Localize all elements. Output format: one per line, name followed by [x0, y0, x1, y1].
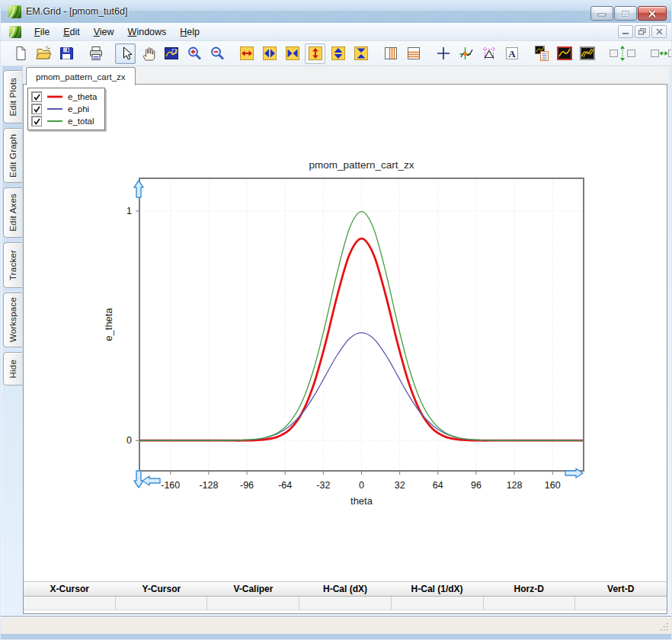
save-file-button[interactable]	[56, 43, 76, 64]
sidebar-tab-label: Edit Plots	[8, 78, 18, 117]
readout-header-h-cal-dx-: H-Cal (dX)	[299, 582, 392, 596]
menu-item-help[interactable]: Help	[173, 24, 206, 40]
resize-grip-icon[interactable]	[660, 622, 669, 632]
horizontal-markers-button[interactable]	[403, 43, 424, 64]
application-window: EM.Grid - [pmom_tut6d] FileEditViewWindo…	[0, 0, 672, 640]
readout-value-cell	[484, 597, 576, 610]
expand-y-button[interactable]	[328, 43, 348, 64]
axis-handle-up-icon[interactable]	[134, 181, 143, 197]
x-tick-label: 32	[395, 480, 405, 491]
zoom-in-button[interactable]	[184, 43, 204, 64]
compress-y-button[interactable]	[350, 43, 371, 64]
save-icon	[58, 45, 75, 62]
tracker-icon	[458, 45, 475, 62]
zoom-window-button[interactable]	[161, 43, 181, 64]
stretch-x-icon	[238, 45, 255, 62]
menu-item-windows[interactable]: Windows	[121, 24, 174, 40]
toolbar-separator	[600, 44, 606, 63]
legend-checkbox-e_total[interactable]	[31, 116, 42, 126]
axis-handle-left-icon[interactable]	[142, 476, 160, 485]
chart-title: pmom_pattern_cart_zx	[309, 159, 414, 171]
caliper-icon	[481, 45, 498, 62]
sidebar-tab-edit-plots[interactable]: Edit Plots	[3, 70, 22, 123]
readout-value-cell	[575, 597, 667, 610]
legend-box: e_thetae_phie_total	[27, 88, 105, 130]
x-tick-label: -128	[199, 480, 218, 491]
legend-row-e_theta: e_theta	[31, 91, 97, 103]
zoom-in-icon	[186, 45, 203, 62]
toolbar-separator	[524, 44, 531, 63]
caliper-button[interactable]	[478, 43, 499, 64]
document-icon	[9, 26, 21, 38]
text-annotation-button[interactable]: A	[501, 43, 522, 64]
legend-checkbox-e_theta[interactable]	[31, 91, 42, 102]
align-vertical-button[interactable]	[606, 43, 638, 64]
readout-header-row: X-CursorY-CursorV-CaliperH-Cal (dX)H-Cal…	[24, 581, 667, 597]
check-icon	[34, 106, 40, 113]
select-pointer-button[interactable]	[115, 43, 136, 64]
align-vertical-icon	[608, 45, 637, 62]
window-maximize-button[interactable]	[614, 6, 637, 21]
multi-trace-button[interactable]	[577, 43, 597, 64]
mdi-restore-button[interactable]	[635, 25, 650, 38]
plot-properties-button[interactable]	[531, 43, 552, 64]
tracker-button[interactable]	[456, 43, 476, 64]
window-minimize-button[interactable]	[590, 6, 613, 21]
stretch-x-button[interactable]	[236, 43, 257, 64]
tab-pmom-pattern-cart-zx[interactable]: pmom_pattern_cart_zx	[26, 67, 136, 85]
vertical-markers-button[interactable]	[380, 43, 401, 64]
title-bar: EM.Grid - [pmom_tut6d]	[1, 1, 671, 23]
sidebar-tab-workspace[interactable]: Workspace	[3, 293, 22, 347]
mdi-close-icon	[656, 28, 663, 35]
legend-line-sample	[46, 107, 63, 111]
pan-hand-button[interactable]	[138, 43, 158, 64]
readout-header-vert-d: Vert-D	[574, 582, 667, 596]
print-button[interactable]	[85, 43, 106, 64]
client-area: Edit PlotsEdit GraphEdit AxesTrackerWork…	[1, 66, 671, 616]
sidebar-tab-tracker[interactable]: Tracker	[3, 242, 22, 288]
new-file-button[interactable]	[10, 43, 30, 64]
menu-item-edit[interactable]: Edit	[56, 24, 87, 40]
sidebar-tab-label: Tracker	[8, 250, 18, 280]
axis-handle-right-icon[interactable]	[565, 469, 583, 478]
sidebar-tab-edit-graph[interactable]: Edit Graph	[3, 128, 22, 183]
legend-row-e_phi: e_phi	[31, 103, 97, 115]
cursor-cross-button[interactable]	[433, 43, 453, 64]
axis-handle-down-icon[interactable]	[134, 471, 143, 488]
mdi-restore-icon	[638, 28, 646, 35]
legend-label: e_phi	[68, 104, 89, 114]
stretch-y-button[interactable]	[305, 43, 325, 64]
cross-icon	[435, 45, 452, 62]
readout-header-h-cal-1-dx-: H-Cal (1/dX)	[391, 582, 483, 596]
expand-x-button[interactable]	[259, 43, 280, 64]
hand-icon	[140, 45, 157, 62]
x-tick-label: -96	[240, 480, 254, 491]
legend-checkbox-e_phi[interactable]	[31, 104, 42, 114]
window-title: EM.Grid - [pmom_tut6d]	[26, 6, 127, 17]
menu-item-file[interactable]: File	[27, 24, 56, 40]
single-trace-button[interactable]	[554, 43, 574, 64]
zoom-out-button[interactable]	[206, 43, 227, 64]
readout-header-horz-d: Horz-D	[483, 582, 575, 596]
chart-canvas[interactable]: -160-128-96-64-32032649612816001pmom_pat…	[24, 85, 667, 581]
toolbar-separator	[641, 44, 648, 63]
curve-e_total	[139, 212, 584, 441]
expand-y-icon	[330, 45, 347, 62]
menu-item-view[interactable]: View	[87, 24, 121, 40]
open-file-button[interactable]	[33, 43, 53, 64]
x-tick-label: -160	[161, 480, 180, 491]
align-horizontal-button[interactable]	[648, 43, 671, 64]
mdi-minimize-button[interactable]	[618, 25, 633, 38]
sidebar-tab-hide[interactable]: Hide	[3, 352, 22, 386]
pointer-icon	[117, 45, 134, 62]
sidebar-tab-edit-axes[interactable]: Edit Axes	[3, 187, 22, 238]
readout-header-x-cursor: X-Cursor	[24, 582, 116, 596]
stretch-y-icon	[307, 45, 324, 62]
mdi-close-button[interactable]	[651, 25, 667, 38]
app-logo-icon	[8, 5, 21, 18]
zoom-window-icon	[163, 45, 180, 62]
window-close-button[interactable]	[638, 6, 667, 21]
plot-window: -160-128-96-64-32032649612816001pmom_pat…	[23, 84, 667, 614]
y-axis-label: e_theta	[103, 308, 114, 341]
compress-x-button[interactable]	[282, 43, 302, 64]
